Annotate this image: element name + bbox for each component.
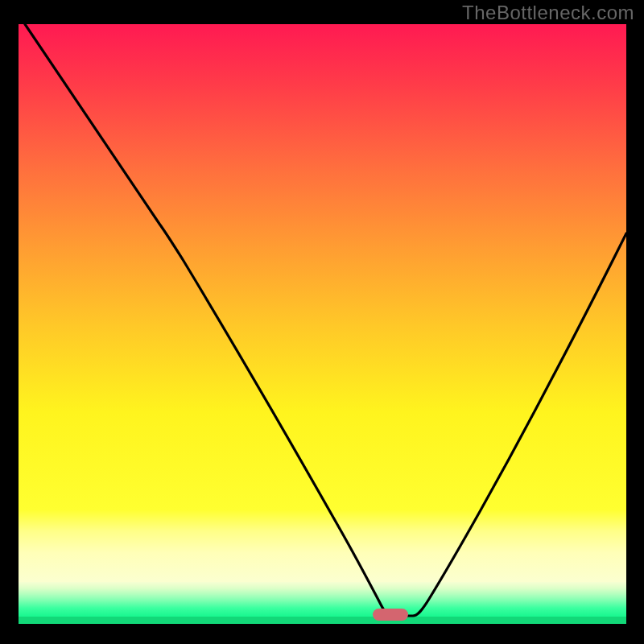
optimal-marker-pill — [373, 609, 408, 621]
chart-frame: TheBottleneck.com — [0, 0, 644, 644]
plot-area — [19, 24, 626, 624]
curve-path — [25, 24, 626, 616]
bottleneck-curve — [19, 24, 626, 624]
watermark-text: TheBottleneck.com — [462, 2, 634, 24]
